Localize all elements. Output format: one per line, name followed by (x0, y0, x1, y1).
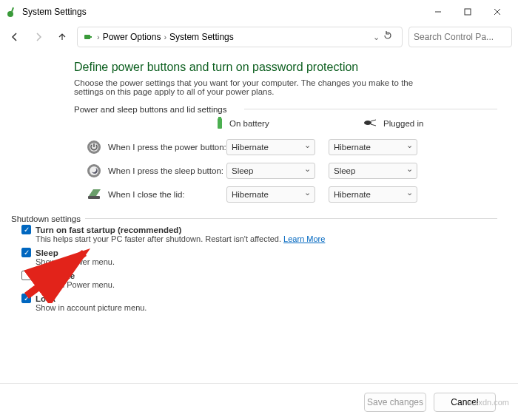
power-battery-select[interactable]: Hibernate (226, 139, 315, 155)
sleep-row: ✓ Sleep Show in Power menu. (21, 248, 497, 269)
titlebar: System Settings (0, 0, 518, 24)
sleep-battery-select[interactable]: Sleep (226, 163, 315, 179)
checkbox-label: Turn on fast startup (recommended) (36, 226, 181, 234)
hibernate-row: Hibernate Show in Power menu. (21, 271, 497, 292)
checkbox-desc: Show in Power menu. (36, 257, 497, 266)
search-input[interactable] (408, 27, 512, 47)
plugged-in-header: Plugged in (363, 118, 451, 129)
app-icon (6, 6, 18, 18)
fast-startup-row: ✓ Turn on fast startup (recommended) Thi… (21, 225, 497, 246)
svg-rect-7 (90, 36, 92, 38)
breadcrumb-item[interactable]: Power Options (103, 32, 161, 42)
section-label: Shutdown settings (11, 214, 85, 223)
checkbox-desc: This helps start your PC faster after sh… (36, 234, 497, 243)
address-bar[interactable]: › Power Options › System Settings ⌄ (77, 27, 403, 47)
chevron-right-icon: › (97, 33, 100, 41)
lid-icon (86, 186, 102, 203)
svg-rect-6 (84, 35, 90, 39)
breadcrumb-item[interactable]: System Settings (169, 32, 234, 42)
page-subtext: Choose the power settings that you want … (74, 78, 444, 96)
watermark: wsxdn.com (468, 398, 509, 407)
lid-plugged-select[interactable]: Hibernate (329, 186, 417, 203)
chevron-right-icon: › (164, 33, 166, 41)
checkbox-label: Sleep (36, 248, 58, 257)
row-label: When I close the lid: (108, 190, 226, 199)
maximize-button[interactable] (453, 1, 482, 22)
lid-row: When I close the lid: Hibernate Hibernat… (86, 186, 497, 203)
svg-rect-8 (218, 118, 222, 129)
column-headers: On battery Plugged in (215, 115, 497, 132)
window: System Settings › Power Options › System… (0, 0, 518, 420)
checkbox-label: Hibernate (36, 271, 75, 280)
checkbox-desc: Show in Power menu. (36, 280, 497, 289)
row-label: When I press the sleep button: (108, 166, 226, 175)
forward-button[interactable] (30, 28, 47, 46)
battery-icon (82, 31, 94, 43)
window-controls (423, 1, 512, 22)
lid-battery-select[interactable]: Hibernate (226, 186, 315, 203)
chevron-down-icon[interactable]: ⌄ (373, 33, 380, 42)
sleep-plugged-select[interactable]: Sleep (329, 163, 417, 179)
svg-rect-1 (11, 7, 14, 12)
learn-more-link[interactable]: Learn More (283, 234, 325, 243)
power-button-row: When I press the power button: Hibernate… (86, 139, 497, 155)
power-plugged-select[interactable]: Hibernate (329, 139, 417, 155)
hibernate-checkbox[interactable] (21, 271, 31, 280)
page-heading: Define power buttons and turn on passwor… (74, 61, 497, 74)
fast-startup-checkbox[interactable]: ✓ (21, 225, 31, 234)
up-button[interactable] (53, 28, 71, 46)
sleep-checkbox[interactable]: ✓ (21, 248, 31, 257)
power-icon (86, 139, 102, 155)
checkbox-label: Lock (36, 294, 56, 303)
refresh-button[interactable] (383, 30, 397, 44)
close-button[interactable] (482, 1, 512, 22)
checkbox-desc: Show in account picture menu. (36, 303, 497, 312)
minimize-button[interactable] (423, 1, 453, 22)
svg-rect-9 (218, 117, 221, 118)
svg-point-0 (7, 11, 13, 17)
svg-rect-15 (88, 196, 100, 199)
back-button[interactable] (6, 28, 24, 46)
breadcrumb: Power Options › System Settings ⌄ (103, 32, 380, 42)
battery-icon (215, 115, 225, 132)
navbar: › Power Options › System Settings ⌄ (0, 24, 518, 50)
lock-row: ✓ Lock Show in account picture menu. (21, 294, 497, 315)
shutdown-section: Shutdown settings ✓ Turn on fast startup… (11, 214, 497, 316)
svg-point-10 (364, 121, 371, 125)
lock-checkbox[interactable]: ✓ (21, 294, 31, 303)
footer: Save changes Cancel (0, 383, 518, 420)
section-label: Power and sleep buttons and lid settings (74, 105, 232, 114)
sleep-button-row: When I press the sleep button: Sleep Sle… (86, 163, 497, 179)
save-changes-button[interactable]: Save changes (364, 393, 426, 412)
sleep-icon (86, 163, 102, 179)
divider (244, 109, 497, 109)
divider (85, 218, 497, 219)
svg-rect-3 (465, 9, 471, 15)
on-battery-header: On battery (215, 115, 303, 132)
plug-icon (363, 118, 379, 129)
window-title: System Settings (22, 7, 423, 17)
content-area: Define power buttons and turn on passwor… (0, 50, 518, 383)
power-sleep-section: Power and sleep buttons and lid settings… (74, 105, 497, 210)
row-label: When I press the power button: (108, 143, 226, 152)
